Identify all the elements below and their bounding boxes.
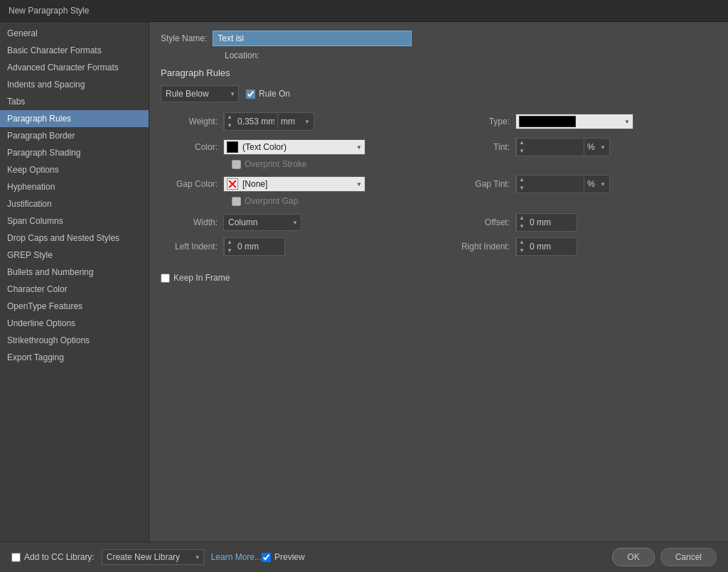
type-select-wrap[interactable]: Solid Dashed ▼ xyxy=(515,114,633,129)
left-indent-arrows[interactable]: ▲ ▼ xyxy=(224,238,235,255)
gap-color-select-wrap[interactable]: [None] Black ▼ xyxy=(223,176,365,192)
preview-label[interactable]: Preview xyxy=(262,552,612,562)
footer-spacer: Preview xyxy=(262,552,612,562)
sidebar-item-opentype[interactable]: OpenType Features xyxy=(0,298,149,315)
overprint-stroke-label[interactable]: Overprint Stroke xyxy=(232,159,717,169)
weight-down-arrow[interactable]: ▼ xyxy=(225,122,235,130)
sidebar-item-basic-char[interactable]: Basic Character Formats xyxy=(0,42,149,59)
sidebar-item-grep-style[interactable]: GREP Style xyxy=(0,247,149,264)
cc-library-dropdown-arrow: ▼ xyxy=(195,554,203,561)
offset-input[interactable] xyxy=(527,215,577,230)
color-select-wrap[interactable]: (Text Color) Black White ▼ xyxy=(223,139,365,155)
gap-tint-down-arrow[interactable]: ▼ xyxy=(517,184,527,193)
gap-tint-up-arrow[interactable]: ▲ xyxy=(517,176,527,184)
learn-more-link[interactable]: Learn More... xyxy=(211,552,262,562)
sidebar-item-paragraph-shading[interactable]: Paragraph Shading xyxy=(0,144,149,161)
right-indent-down-arrow[interactable]: ▼ xyxy=(517,247,527,255)
color-swatch xyxy=(227,141,238,153)
tint-spinner[interactable]: ▲ ▼ % xyxy=(515,138,610,156)
sidebar-item-paragraph-rules[interactable]: Paragraph Rules xyxy=(0,110,149,127)
tint-group: Tint: ▲ ▼ % xyxy=(453,138,717,156)
dialog-title: New Paragraph Style xyxy=(9,6,89,16)
sidebar: General Basic Character Formats Advanced… xyxy=(0,22,149,541)
ok-button[interactable]: OK xyxy=(612,548,654,566)
tint-up-arrow[interactable]: ▲ xyxy=(517,139,527,147)
gap-tint-unit-wrap[interactable]: % xyxy=(584,176,609,192)
width-select-wrap[interactable]: Column Text xyxy=(223,214,301,231)
sidebar-item-drop-caps[interactable]: Drop Caps and Nested Styles xyxy=(0,230,149,247)
gap-tint-input[interactable] xyxy=(527,177,584,191)
type-select[interactable]: Solid Dashed xyxy=(579,114,624,129)
left-indent-spinner[interactable]: ▲ ▼ xyxy=(223,237,285,256)
tint-input[interactable] xyxy=(527,140,584,154)
sidebar-item-justification[interactable]: Justification xyxy=(0,195,149,212)
location-label: Location: xyxy=(225,50,259,60)
keep-in-frame-checkbox[interactable] xyxy=(161,274,170,283)
cc-library-select-wrap[interactable]: Create New Library ▼ xyxy=(102,549,204,565)
offset-arrows[interactable]: ▲ ▼ xyxy=(516,214,527,231)
tint-unit-wrap[interactable]: % xyxy=(584,139,609,155)
cancel-button[interactable]: Cancel xyxy=(660,548,717,566)
weight-up-arrow[interactable]: ▲ xyxy=(225,113,235,122)
width-select[interactable]: Column Text xyxy=(223,214,301,231)
sidebar-item-tabs[interactable]: Tabs xyxy=(0,93,149,110)
overprint-gap-checkbox[interactable] xyxy=(232,197,241,206)
dialog-footer: Add to CC Library: Create New Library ▼ … xyxy=(0,541,728,572)
right-indent-input[interactable] xyxy=(527,239,577,254)
preview-checkbox[interactable] xyxy=(262,553,271,562)
overprint-gap-row: Overprint Gap xyxy=(232,196,717,206)
gap-color-select[interactable]: [None] Black xyxy=(241,177,356,191)
offset-spinner[interactable]: ▲ ▼ xyxy=(515,213,577,232)
left-indent-down-arrow[interactable]: ▼ xyxy=(225,247,235,255)
right-indent-arrows[interactable]: ▲ ▼ xyxy=(516,238,527,255)
width-label: Width: xyxy=(161,217,218,227)
color-dropdown-arrow: ▼ xyxy=(356,144,365,151)
weight-unit-wrap[interactable]: mm pt xyxy=(277,114,314,129)
weight-unit-select[interactable]: mm pt xyxy=(278,114,314,129)
tint-unit-select[interactable]: % xyxy=(584,139,609,155)
tint-arrows[interactable]: ▲ ▼ xyxy=(516,139,527,156)
add-cc-checkbox-label[interactable]: Add to CC Library: xyxy=(11,552,95,562)
rule-selector-row: Rule Below Rule Above Rule On xyxy=(161,85,717,102)
gap-tint-spinner[interactable]: ▲ ▼ % xyxy=(515,175,610,193)
gap-tint-arrows[interactable]: ▲ ▼ xyxy=(516,176,527,193)
rule-on-label[interactable]: Rule On xyxy=(246,89,290,99)
rule-on-checkbox[interactable] xyxy=(246,90,255,99)
add-cc-label: Add to CC Library: xyxy=(24,552,95,562)
sidebar-item-bullets[interactable]: Bullets and Numbering xyxy=(0,264,149,281)
weight-spinner[interactable]: ▲ ▼ mm pt xyxy=(223,112,314,131)
main-content: Style Name: Location: Paragraph Rules Ru… xyxy=(149,22,728,541)
gap-color-swatch xyxy=(227,178,238,190)
sidebar-item-underline[interactable]: Underline Options xyxy=(0,315,149,332)
left-indent-input[interactable] xyxy=(235,239,284,254)
offset-down-arrow[interactable]: ▼ xyxy=(517,222,527,231)
color-select[interactable]: (Text Color) Black White xyxy=(241,140,356,154)
right-indent-up-arrow[interactable]: ▲ xyxy=(517,238,527,247)
sidebar-item-char-color[interactable]: Character Color xyxy=(0,281,149,298)
style-name-input[interactable] xyxy=(213,31,412,46)
tint-down-arrow[interactable]: ▼ xyxy=(517,147,527,156)
left-indent-up-arrow[interactable]: ▲ xyxy=(225,238,235,247)
sidebar-item-general[interactable]: General xyxy=(0,25,149,42)
rule-selector[interactable]: Rule Below Rule Above xyxy=(161,85,239,102)
overprint-stroke-checkbox[interactable] xyxy=(232,160,241,169)
gap-tint-unit-select[interactable]: % xyxy=(584,176,609,192)
sidebar-item-export-tagging[interactable]: Export Tagging xyxy=(0,349,149,366)
sidebar-item-paragraph-border[interactable]: Paragraph Border xyxy=(0,127,149,144)
sidebar-item-keep-options[interactable]: Keep Options xyxy=(0,161,149,178)
weight-input[interactable] xyxy=(235,114,277,129)
sidebar-item-advanced-char[interactable]: Advanced Character Formats xyxy=(0,59,149,76)
add-cc-checkbox[interactable] xyxy=(11,553,21,562)
weight-arrows[interactable]: ▲ ▼ xyxy=(224,113,235,130)
sidebar-item-span-columns[interactable]: Span Columns xyxy=(0,212,149,230)
right-indent-spinner[interactable]: ▲ ▼ xyxy=(515,237,577,256)
sidebar-item-hyphenation[interactable]: Hyphenation xyxy=(0,178,149,195)
overprint-gap-label[interactable]: Overprint Gap xyxy=(232,196,717,206)
type-dropdown-arrow: ▼ xyxy=(624,119,633,125)
keep-in-frame-label[interactable]: Keep In Frame xyxy=(161,273,230,283)
rule-selector-wrap[interactable]: Rule Below Rule Above xyxy=(161,85,239,102)
sidebar-item-indents[interactable]: Indents and Spacing xyxy=(0,76,149,93)
cc-library-select[interactable]: Create New Library xyxy=(102,550,195,564)
offset-up-arrow[interactable]: ▲ xyxy=(517,214,527,222)
sidebar-item-strikethrough[interactable]: Strikethrough Options xyxy=(0,332,149,349)
